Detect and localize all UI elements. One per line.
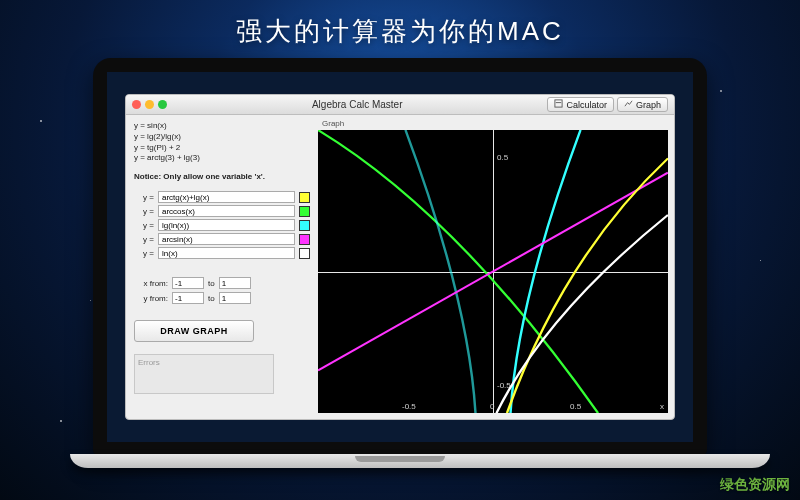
tab-calculator-label: Calculator (566, 100, 607, 110)
graph-panel-label: Graph (318, 119, 668, 130)
x-from-input[interactable] (172, 277, 204, 289)
color-swatch[interactable] (299, 206, 310, 217)
example-list: y = sin(x) y = lg(2)/lg(x) y = tg(PI) + … (134, 121, 310, 164)
tab-calculator[interactable]: Calculator (547, 97, 614, 112)
color-swatch[interactable] (299, 192, 310, 203)
calculator-icon (554, 99, 563, 110)
laptop-frame: Algebra Calc Master Calculator (70, 58, 730, 460)
fn-label: y = (134, 207, 154, 216)
function-input-1[interactable] (158, 191, 295, 203)
example-line: y = arctg(3) + lg(3) (134, 153, 310, 164)
function-row: y = (134, 205, 310, 217)
draw-graph-button[interactable]: DRAW GRAPH (134, 320, 254, 342)
tab-graph-label: Graph (636, 100, 661, 110)
function-row: y = (134, 219, 310, 231)
fn-label: y = (134, 221, 154, 230)
y-from-input[interactable] (172, 292, 204, 304)
window-title: Algebra Calc Master (167, 99, 547, 110)
example-line: y = lg(2)/lg(x) (134, 132, 310, 143)
example-line: y = tg(PI) + 2 (134, 143, 310, 154)
errors-box: Errors (134, 354, 274, 394)
x-to-input[interactable] (219, 277, 251, 289)
color-swatch[interactable] (299, 248, 310, 259)
color-swatch[interactable] (299, 220, 310, 231)
example-line: y = sin(x) (134, 121, 310, 132)
fn-label: y = (134, 249, 154, 258)
y-to-label: to (208, 294, 215, 303)
left-panel: y = sin(x) y = lg(2)/lg(x) y = tg(PI) + … (126, 115, 318, 419)
svg-rect-0 (555, 100, 562, 107)
y-to-input[interactable] (219, 292, 251, 304)
graph-icon (624, 99, 633, 110)
window-titlebar: Algebra Calc Master Calculator (126, 95, 674, 115)
function-input-3[interactable] (158, 219, 295, 231)
x-from-label: x from: (134, 279, 168, 288)
function-input-4[interactable] (158, 233, 295, 245)
page-headline: 强大的计算器为你的MAC (0, 14, 800, 49)
plot-svg (318, 130, 668, 413)
function-input-5[interactable] (158, 247, 295, 259)
minimize-icon[interactable] (145, 100, 154, 109)
color-swatch[interactable] (299, 234, 310, 245)
watermark-text: 绿色资源网 (720, 476, 790, 494)
x-to-label: to (208, 279, 215, 288)
function-row: y = (134, 247, 310, 259)
y-from-label: y from: (134, 294, 168, 303)
function-row: y = (134, 233, 310, 245)
function-input-2[interactable] (158, 205, 295, 217)
tab-graph[interactable]: Graph (617, 97, 668, 112)
fn-label: y = (134, 235, 154, 244)
notice-text: Notice: Only allow one variable 'x'. (134, 172, 310, 181)
app-window: Algebra Calc Master Calculator (125, 94, 675, 420)
close-icon[interactable] (132, 100, 141, 109)
graph-plot[interactable]: 0.5 -0.5 -0.5 0 0.5 x (318, 130, 668, 413)
fn-label: y = (134, 193, 154, 202)
maximize-icon[interactable] (158, 100, 167, 109)
function-row: y = (134, 191, 310, 203)
